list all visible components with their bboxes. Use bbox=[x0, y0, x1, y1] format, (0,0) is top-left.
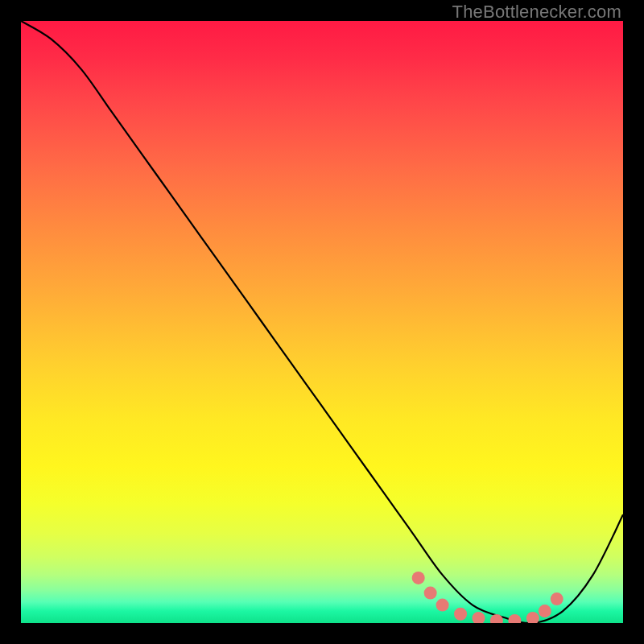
curve-marker bbox=[454, 608, 467, 621]
curve-marker bbox=[424, 587, 437, 600]
curve-marker bbox=[551, 592, 564, 605]
bottleneck-curve-path bbox=[21, 21, 623, 623]
curve-marker bbox=[472, 612, 485, 623]
curve-marker bbox=[490, 614, 503, 623]
curve-marker bbox=[539, 605, 551, 617]
curve-marker bbox=[508, 614, 521, 623]
curve-markers bbox=[412, 572, 564, 623]
plot-area bbox=[21, 21, 623, 623]
attribution-text: TheBottlenecker.com bbox=[452, 2, 621, 23]
chart-frame: TheBottlenecker.com bbox=[0, 0, 644, 644]
curve-marker bbox=[526, 612, 539, 623]
curve-marker bbox=[436, 599, 449, 612]
curve-marker bbox=[412, 572, 425, 584]
bottleneck-curve-svg bbox=[21, 21, 623, 623]
